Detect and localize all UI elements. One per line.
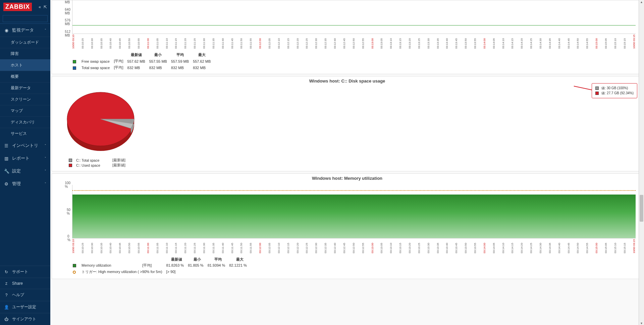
sidebar-item-services[interactable]: サービス (0, 128, 50, 139)
chevron-down-icon: ˅ (45, 169, 46, 173)
swap-panel: 704 MB 640 MB 576 MB 512 MB 10/30 03:100… (52, 0, 643, 74)
chevron-down-icon: ˅ (45, 182, 46, 185)
nav-admin[interactable]: ⚙管理˅ (0, 177, 50, 190)
swap-xaxis: 10/30 03:1003:10:2503:10:3003:10:3503:10… (72, 35, 636, 49)
scroll-down-icon[interactable]: ▾ (639, 321, 644, 325)
nav-share[interactable]: zShare (0, 278, 50, 289)
nav-help[interactable]: ?ヘルプ (0, 289, 50, 301)
memory-panel: Windows host: Memory utilization 100 % 5… (52, 173, 643, 279)
wrench-icon: 🔧 (4, 169, 9, 174)
share-icon: z (4, 281, 9, 286)
nav-config[interactable]: 🔧設定˅ (0, 165, 50, 177)
sidebar-item-latest[interactable]: 最新データ (0, 82, 50, 94)
gear-icon: ⚙ (4, 181, 9, 186)
sidebar-item-hosts[interactable]: ホスト (0, 59, 50, 71)
nav-support[interactable]: ↻サポート (0, 266, 50, 278)
disk-pie-chart (65, 89, 136, 153)
nav-monitoring[interactable]: ◉ 監視データ ˄ (0, 24, 50, 37)
user-icon: 👤 (4, 305, 9, 310)
signout-icon: ⏻ (4, 317, 9, 322)
nav-signout[interactable]: ⏻サインアウト (0, 313, 50, 325)
chevron-down-icon: ˅ (45, 157, 46, 160)
sidebar-item-discovery[interactable]: ディスカバリ (0, 116, 50, 128)
nav-reports[interactable]: ▥レポート˅ (0, 152, 50, 165)
sidebar-item-maps[interactable]: マップ (0, 105, 50, 116)
memory-legend: 最新値最小平均最大 Memory utilization[平均] 81.8263… (72, 256, 251, 275)
sidebar-item-overview[interactable]: 概要 (0, 71, 50, 82)
chevron-down-icon: ˅ (45, 144, 46, 147)
eye-icon: ◉ (4, 28, 9, 33)
disk-title: Windows host: C:: Disk space usage (52, 76, 642, 86)
search-box[interactable]: 🔍 (3, 15, 48, 22)
memory-chart: 100 % 50 % 0 % (72, 185, 636, 238)
memory-xaxis: 10/30 03:1003:10:2503:10:3003:10:3503:10… (72, 239, 636, 253)
sidebar-item-problems[interactable]: 障害 (0, 48, 50, 59)
help-icon: ? (4, 293, 9, 297)
chevron-up-icon: ˄ (45, 29, 46, 32)
disk-legend-box: 値: 30 GB (100%)値: 27.7 GB (92.34%) (592, 83, 637, 98)
disk-panel: Windows host: C:: Disk space usage 値: 30… (52, 76, 643, 171)
memory-title: Windows host: Memory utilization (52, 174, 642, 183)
chart-icon: ▥ (4, 156, 9, 161)
sidebar-item-dashboard[interactable]: ダッシュボード (0, 37, 50, 48)
vertical-scrollbar[interactable]: ▴ ▾ (639, 0, 644, 325)
sidebar-item-screens[interactable]: スクリーン (0, 94, 50, 105)
sidebar: ZABBIX « ⇱ 🔍 ◉ 監視データ ˄ ダッシュボード 障害 ホスト 概要… (0, 0, 50, 325)
popout-icon[interactable]: ⇱ (44, 5, 47, 9)
nav-inventory[interactable]: ☰インベントリ˅ (0, 139, 50, 152)
swap-chart: 704 MB 640 MB 576 MB 512 MB (72, 0, 636, 34)
scroll-thumb[interactable] (640, 195, 643, 222)
swap-legend: 最新値最小平均最大 Free swap space[平均]557.62 MB55… (72, 51, 215, 71)
collapse-icon[interactable]: « (39, 5, 41, 9)
support-icon: ↻ (4, 270, 9, 274)
logo[interactable]: ZABBIX (3, 3, 32, 11)
list-icon: ☰ (4, 143, 9, 148)
search-input[interactable] (5, 17, 51, 21)
disk-legend-below: C:: Total space[最新値]C:: Used space[最新値] (69, 158, 642, 168)
nav-usersettings[interactable]: 👤ユーザー設定 (0, 301, 50, 313)
scroll-up-icon[interactable]: ▴ (639, 0, 644, 4)
main-content: 704 MB 640 MB 576 MB 512 MB 10/30 03:100… (50, 0, 644, 325)
